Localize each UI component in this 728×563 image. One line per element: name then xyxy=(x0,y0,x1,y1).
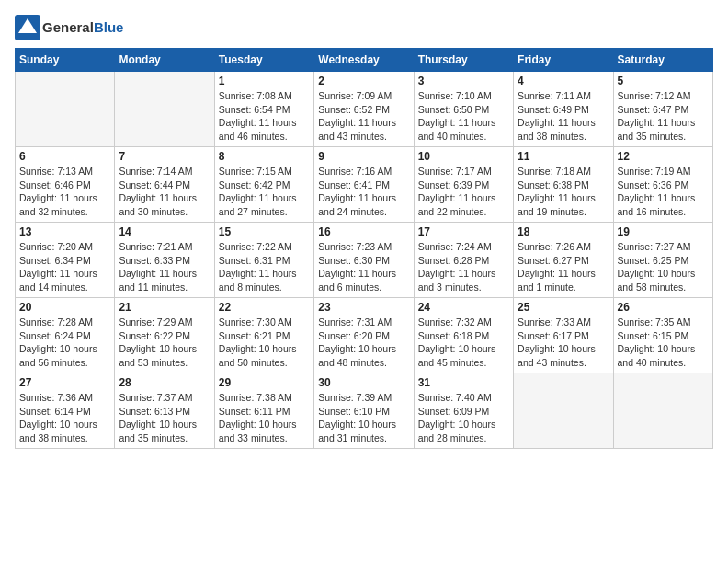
calendar-cell: 25Sunrise: 7:33 AMSunset: 6:17 PMDayligh… xyxy=(514,298,613,373)
calendar-cell: 4Sunrise: 7:11 AMSunset: 6:49 PMDaylight… xyxy=(514,72,613,147)
weekday-header: Sunday xyxy=(16,49,115,72)
calendar-week-row: 1Sunrise: 7:08 AMSunset: 6:54 PMDaylight… xyxy=(16,72,713,147)
calendar-cell: 30Sunrise: 7:39 AMSunset: 6:10 PMDayligh… xyxy=(314,373,414,449)
calendar-cell: 10Sunrise: 7:17 AMSunset: 6:39 PMDayligh… xyxy=(414,147,513,223)
day-info: Sunrise: 7:33 AMSunset: 6:17 PMDaylight:… xyxy=(518,316,609,370)
day-number: 4 xyxy=(518,75,609,87)
calendar-cell xyxy=(115,72,214,147)
logo-icon xyxy=(15,15,40,40)
calendar-cell: 24Sunrise: 7:32 AMSunset: 6:18 PMDayligh… xyxy=(414,298,513,373)
calendar-cell: 26Sunrise: 7:35 AMSunset: 6:15 PMDayligh… xyxy=(613,298,712,373)
day-info: Sunrise: 7:37 AMSunset: 6:13 PMDaylight:… xyxy=(119,391,210,445)
day-number: 14 xyxy=(119,225,210,238)
day-number: 21 xyxy=(119,301,210,314)
calendar-cell: 28Sunrise: 7:37 AMSunset: 6:13 PMDayligh… xyxy=(115,373,214,449)
calendar-cell: 29Sunrise: 7:38 AMSunset: 6:11 PMDayligh… xyxy=(214,373,313,449)
day-number: 10 xyxy=(418,150,509,163)
day-info: Sunrise: 7:20 AMSunset: 6:34 PMDaylight:… xyxy=(19,240,110,294)
day-info: Sunrise: 7:27 AMSunset: 6:25 PMDaylight:… xyxy=(618,240,709,294)
weekday-header-row: SundayMondayTuesdayWednesdayThursdayFrid… xyxy=(16,49,713,72)
day-info: Sunrise: 7:13 AMSunset: 6:46 PMDaylight:… xyxy=(19,165,110,219)
day-number: 8 xyxy=(219,150,310,163)
calendar-cell: 19Sunrise: 7:27 AMSunset: 6:25 PMDayligh… xyxy=(613,223,712,298)
day-number: 25 xyxy=(518,301,609,314)
calendar-cell: 31Sunrise: 7:40 AMSunset: 6:09 PMDayligh… xyxy=(414,373,513,449)
day-info: Sunrise: 7:26 AMSunset: 6:27 PMDaylight:… xyxy=(518,240,609,294)
day-number: 20 xyxy=(19,301,110,314)
day-info: Sunrise: 7:12 AMSunset: 6:47 PMDaylight:… xyxy=(618,89,709,144)
calendar-cell: 20Sunrise: 7:28 AMSunset: 6:24 PMDayligh… xyxy=(16,298,115,373)
day-number: 23 xyxy=(318,301,409,314)
day-info: Sunrise: 7:16 AMSunset: 6:41 PMDaylight:… xyxy=(318,165,409,219)
day-number: 26 xyxy=(618,301,709,314)
weekday-header: Wednesday xyxy=(314,49,414,72)
day-info: Sunrise: 7:10 AMSunset: 6:50 PMDaylight:… xyxy=(418,89,509,144)
day-number: 1 xyxy=(219,75,310,87)
day-info: Sunrise: 7:23 AMSunset: 6:30 PMDaylight:… xyxy=(318,240,409,294)
day-info: Sunrise: 7:09 AMSunset: 6:52 PMDaylight:… xyxy=(318,89,409,144)
day-number: 7 xyxy=(119,150,210,163)
day-info: Sunrise: 7:35 AMSunset: 6:15 PMDaylight:… xyxy=(618,316,709,370)
day-info: Sunrise: 7:32 AMSunset: 6:18 PMDaylight:… xyxy=(418,316,509,370)
day-info: Sunrise: 7:31 AMSunset: 6:20 PMDaylight:… xyxy=(318,316,409,370)
page-header: GeneralBlue xyxy=(15,15,713,40)
day-number: 5 xyxy=(618,75,709,87)
day-info: Sunrise: 7:24 AMSunset: 6:28 PMDaylight:… xyxy=(418,240,509,294)
calendar-cell: 23Sunrise: 7:31 AMSunset: 6:20 PMDayligh… xyxy=(314,298,414,373)
day-info: Sunrise: 7:28 AMSunset: 6:24 PMDaylight:… xyxy=(19,316,110,370)
calendar-cell: 17Sunrise: 7:24 AMSunset: 6:28 PMDayligh… xyxy=(414,223,513,298)
day-number: 24 xyxy=(418,301,509,314)
calendar-cell: 21Sunrise: 7:29 AMSunset: 6:22 PMDayligh… xyxy=(115,298,214,373)
day-number: 15 xyxy=(219,225,310,238)
day-number: 9 xyxy=(318,150,409,163)
calendar-cell: 27Sunrise: 7:36 AMSunset: 6:14 PMDayligh… xyxy=(16,373,115,449)
day-number: 28 xyxy=(119,376,210,389)
calendar-week-row: 13Sunrise: 7:20 AMSunset: 6:34 PMDayligh… xyxy=(16,223,713,298)
day-number: 22 xyxy=(219,301,310,314)
calendar-week-row: 6Sunrise: 7:13 AMSunset: 6:46 PMDaylight… xyxy=(16,147,713,223)
day-info: Sunrise: 7:14 AMSunset: 6:44 PMDaylight:… xyxy=(119,165,210,219)
weekday-header: Thursday xyxy=(414,49,513,72)
day-info: Sunrise: 7:30 AMSunset: 6:21 PMDaylight:… xyxy=(219,316,310,370)
logo: GeneralBlue xyxy=(15,15,123,40)
day-info: Sunrise: 7:40 AMSunset: 6:09 PMDaylight:… xyxy=(418,391,509,445)
day-number: 27 xyxy=(19,376,110,389)
weekday-header: Saturday xyxy=(613,49,712,72)
calendar-cell: 11Sunrise: 7:18 AMSunset: 6:38 PMDayligh… xyxy=(514,147,613,223)
weekday-header: Monday xyxy=(115,49,214,72)
calendar-cell: 16Sunrise: 7:23 AMSunset: 6:30 PMDayligh… xyxy=(314,223,414,298)
calendar-cell: 9Sunrise: 7:16 AMSunset: 6:41 PMDaylight… xyxy=(314,147,414,223)
day-number: 11 xyxy=(518,150,609,163)
day-info: Sunrise: 7:38 AMSunset: 6:11 PMDaylight:… xyxy=(219,391,310,445)
day-info: Sunrise: 7:36 AMSunset: 6:14 PMDaylight:… xyxy=(19,391,110,445)
weekday-header: Friday xyxy=(514,49,613,72)
calendar-cell: 18Sunrise: 7:26 AMSunset: 6:27 PMDayligh… xyxy=(514,223,613,298)
day-number: 13 xyxy=(19,225,110,238)
calendar-cell: 22Sunrise: 7:30 AMSunset: 6:21 PMDayligh… xyxy=(214,298,313,373)
day-number: 31 xyxy=(418,376,509,389)
calendar-cell: 2Sunrise: 7:09 AMSunset: 6:52 PMDaylight… xyxy=(314,72,414,147)
day-info: Sunrise: 7:17 AMSunset: 6:39 PMDaylight:… xyxy=(418,165,509,219)
day-info: Sunrise: 7:08 AMSunset: 6:54 PMDaylight:… xyxy=(219,89,310,144)
day-number: 30 xyxy=(318,376,409,389)
calendar-cell: 8Sunrise: 7:15 AMSunset: 6:42 PMDaylight… xyxy=(214,147,313,223)
day-number: 16 xyxy=(318,225,409,238)
day-info: Sunrise: 7:39 AMSunset: 6:10 PMDaylight:… xyxy=(318,391,409,445)
day-info: Sunrise: 7:22 AMSunset: 6:31 PMDaylight:… xyxy=(219,240,310,294)
day-number: 3 xyxy=(418,75,509,87)
calendar-cell: 1Sunrise: 7:08 AMSunset: 6:54 PMDaylight… xyxy=(214,72,313,147)
day-info: Sunrise: 7:18 AMSunset: 6:38 PMDaylight:… xyxy=(518,165,609,219)
day-number: 17 xyxy=(418,225,509,238)
calendar-cell: 3Sunrise: 7:10 AMSunset: 6:50 PMDaylight… xyxy=(414,72,513,147)
day-info: Sunrise: 7:29 AMSunset: 6:22 PMDaylight:… xyxy=(119,316,210,370)
calendar-cell: 15Sunrise: 7:22 AMSunset: 6:31 PMDayligh… xyxy=(214,223,313,298)
calendar-cell: 6Sunrise: 7:13 AMSunset: 6:46 PMDaylight… xyxy=(16,147,115,223)
calendar-cell xyxy=(16,72,115,147)
day-number: 12 xyxy=(618,150,709,163)
calendar-cell: 5Sunrise: 7:12 AMSunset: 6:47 PMDaylight… xyxy=(613,72,712,147)
calendar-week-row: 27Sunrise: 7:36 AMSunset: 6:14 PMDayligh… xyxy=(16,373,713,449)
day-number: 29 xyxy=(219,376,310,389)
calendar-cell: 13Sunrise: 7:20 AMSunset: 6:34 PMDayligh… xyxy=(16,223,115,298)
logo-blue: Blue xyxy=(94,19,124,35)
weekday-header: Tuesday xyxy=(214,49,313,72)
